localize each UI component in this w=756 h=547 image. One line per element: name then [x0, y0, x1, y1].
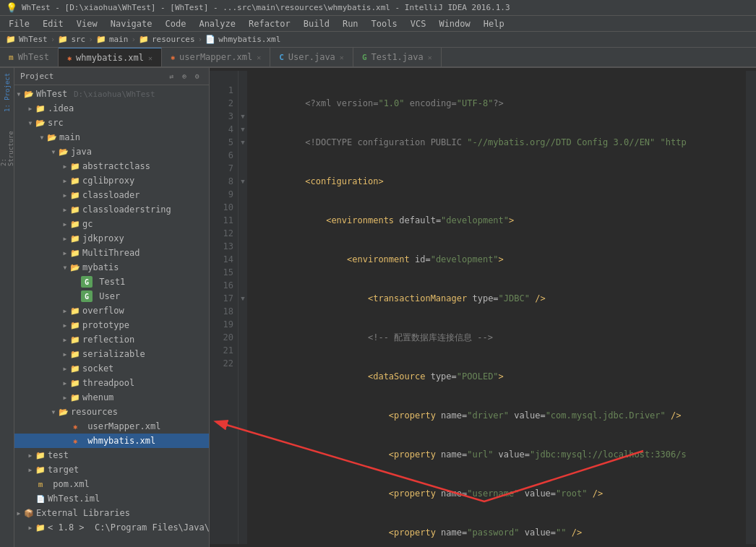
menu-refactor[interactable]: Refactor [243, 17, 296, 30]
project-tree: ▼ 📂 WhTest D:\xiaohua\WhTest ▶ 📁 .idea ▼… [14, 85, 209, 547]
breadcrumb-item-resources[interactable]: 📁 resources [139, 35, 195, 44]
tree-item-src[interactable]: ▼ 📂 src [14, 116, 209, 130]
menu-build[interactable]: Build [298, 17, 335, 30]
fold-marker-16 [239, 266, 247, 279]
folder-icon-classloaderstring: 📁 [69, 204, 81, 215]
tree-item-test[interactable]: ▶ 📁 test [14, 448, 209, 462]
tree-item-idea[interactable]: ▶ 📁 .idea [14, 101, 209, 116]
tab-whmybatis[interactable]: ✱ whmybatis.xml ✕ [59, 48, 162, 67]
folder-icon-whenum: 📁 [69, 392, 81, 403]
tree-item-whtest[interactable]: ▼ 📂 WhTest D:\xiaohua\WhTest [14, 87, 209, 101]
tree-arrow-mybatis: ▼ [61, 260, 69, 275]
tree-item-usermapper-xml[interactable]: ✱ userMapper.xml [14, 419, 209, 434]
breadcrumb-item-whtest[interactable]: 📁 WhTest [6, 35, 48, 44]
tree-item-serializable[interactable]: ▶ 📁 serializable [14, 347, 209, 361]
tree-label-jdk18: < 1.8 > C:\Program Files\Java\jd [48, 522, 209, 533]
menu-run[interactable]: Run [337, 17, 364, 30]
tab-close-whmybatis[interactable]: ✕ [148, 54, 153, 62]
tree-label-threadpool: threadpool [82, 378, 134, 388]
tree-item-abstractclass[interactable]: ▶ 📁 abstractclass [14, 159, 209, 173]
fold-marker-2[interactable] [239, 84, 247, 97]
panel-tool-settings[interactable]: ⚙ [192, 71, 203, 82]
tree-arrow-cglibproxy: ▶ [61, 173, 69, 188]
tab-test1-java[interactable]: G Test1.java ✕ [353, 48, 442, 67]
tree-label-resources: resources [71, 407, 118, 417]
tree-path-whtest: D:\xiaohua\WhTest [69, 90, 155, 99]
code-line-8: <dataSource type="POOLED"> [253, 357, 740, 396]
tree-item-jdk18[interactable]: ▶ 📁 < 1.8 > C:\Program Files\Java\jd [14, 520, 209, 535]
menu-navigate[interactable]: Navigate [105, 17, 158, 30]
folder-open-icon-resources: 📂 [58, 406, 69, 418]
code-lines[interactable]: <?xml version="1.0" encoding="UTF-8"?> <… [247, 71, 746, 544]
tab-close-usermapper[interactable]: ✕ [257, 53, 261, 61]
tab-icon-c: C [279, 53, 284, 62]
menu-tools[interactable]: Tools [366, 17, 403, 30]
menu-vcs[interactable]: VCS [405, 17, 432, 30]
fold-marker-4[interactable]: ▼ [239, 110, 247, 123]
folder-icon-reflection: 📁 [69, 334, 81, 345]
tree-arrow-threadpool: ▶ [61, 376, 69, 390]
tree-item-classloaderstring[interactable]: ▶ 📁 classloaderstring [14, 202, 209, 217]
tree-item-mybatis[interactable]: ▼ 📂 mybatis [14, 260, 209, 275]
tree-item-overflow[interactable]: ▶ 📁 overflow [14, 303, 209, 318]
tab-close-test1-java[interactable]: ✕ [428, 53, 432, 61]
tree-item-main[interactable]: ▼ 📂 main [14, 130, 209, 145]
tab-user-java[interactable]: C User.java ✕ [270, 48, 353, 67]
panel-tool-expand[interactable]: ⊕ [179, 71, 190, 82]
folder-icon-overflow: 📁 [69, 305, 81, 316]
folder-icon: 📁 [58, 35, 68, 44]
tree-item-threadpool[interactable]: ▶ 📁 threadpool [14, 376, 209, 390]
tree-item-classloader[interactable]: ▶ 📁 classloader [14, 188, 209, 202]
project-panel: Project ⇄ ⊕ ⚙ ▼ 📂 WhTest D:\xiaohua\WhTe… [14, 68, 210, 547]
tree-item-user[interactable]: G User [14, 289, 209, 303]
tree-item-java[interactable]: ▼ 📂 java [14, 145, 209, 159]
tree-item-target[interactable]: ▶ 📁 target [14, 462, 209, 477]
menu-file[interactable]: File [3, 17, 35, 30]
tree-item-jdkproxy[interactable]: ▶ 📁 jdkproxy [14, 231, 209, 246]
menu-analyze[interactable]: Analyze [193, 17, 241, 30]
menu-edit[interactable]: Edit [37, 17, 69, 30]
fold-marker-18[interactable]: ▼ [239, 292, 247, 305]
fold-marker-1[interactable] [239, 71, 247, 84]
tree-item-whtest-iml[interactable]: 📄 WhTest.iml [14, 491, 209, 506]
panel-tool-sync[interactable]: ⇄ [166, 71, 177, 82]
folder-icon-classloader: 📁 [69, 189, 81, 201]
tree-arrow-resources: ▼ [49, 405, 58, 419]
side-icon-project[interactable]: 1: Project [1, 71, 14, 114]
fold-marker-6[interactable]: ▼ [239, 136, 247, 149]
tree-arrow-java: ▼ [49, 145, 58, 159]
tree-item-reflection[interactable]: ▶ 📁 reflection [14, 332, 209, 347]
fold-marker-5[interactable]: ▼ [239, 123, 247, 136]
menu-help[interactable]: Help [478, 17, 510, 30]
tree-item-whmybatis-xml[interactable]: ✱ whmybatis.xml [14, 434, 209, 448]
tree-item-resources[interactable]: ▼ 📂 resources [14, 405, 209, 419]
breadcrumb-item-main[interactable]: 📁 main [96, 35, 129, 44]
tree-item-cglibproxy[interactable]: ▶ 📁 cglibproxy [14, 173, 209, 188]
tree-arrow-jdkproxy: ▶ [61, 231, 69, 246]
tree-item-ext-libs[interactable]: ▶ 📦 External Libraries [14, 506, 209, 520]
tree-label-whtest-iml: WhTest.iml [48, 494, 100, 504]
menu-code[interactable]: Code [160, 17, 192, 30]
tree-item-pom-xml[interactable]: m pom.xml [14, 477, 209, 491]
tree-item-prototype[interactable]: ▶ 📁 prototype [14, 318, 209, 332]
tab-whtest[interactable]: m WhTest [0, 48, 59, 67]
breadcrumb-item-src[interactable]: 📁 src [58, 35, 85, 44]
tree-item-socket[interactable]: ▶ 📁 socket [14, 361, 209, 376]
side-icon-structure[interactable]: 2: Structure [1, 123, 14, 166]
tree-item-whenum[interactable]: ▶ 📁 whenum [14, 390, 209, 405]
tree-item-multithread[interactable]: ▶ 📁 MultiThread [14, 246, 209, 260]
tab-close-user-java[interactable]: ✕ [340, 53, 344, 61]
fold-marker-10 [239, 188, 247, 201]
tab-usermapper[interactable]: ✱ userMapper.xml ✕ [162, 48, 270, 67]
tree-no-arrow-pom [26, 477, 35, 491]
tree-item-test1[interactable]: G Test1 [14, 275, 209, 289]
tree-item-gc[interactable]: ▶ 📁 gc [14, 217, 209, 231]
menu-view[interactable]: View [71, 17, 103, 30]
tree-label-whmybatis-xml: whmybatis.xml [82, 436, 155, 446]
fold-marker-21 [239, 331, 247, 344]
fold-marker-9[interactable]: ▼ [239, 175, 247, 188]
tree-arrow-overflow: ▶ [61, 303, 69, 318]
fold-marker-3[interactable] [239, 97, 247, 110]
breadcrumb-item-file[interactable]: 📄 whmybatis.xml [205, 35, 280, 44]
menu-window[interactable]: Window [433, 17, 476, 30]
